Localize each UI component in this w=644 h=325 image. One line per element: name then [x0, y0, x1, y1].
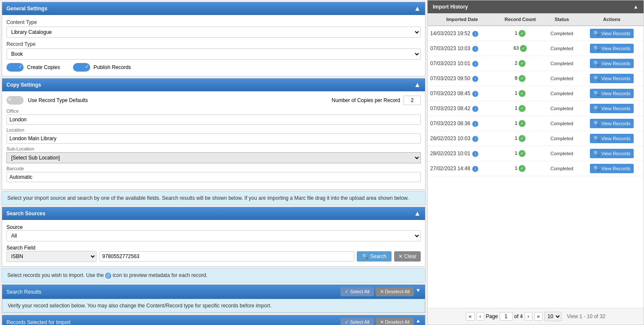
search-icon: 🔍 — [593, 166, 600, 172]
publish-records-group: Publish Records — [73, 63, 131, 72]
view-records-button[interactable]: 🔍 View Records — [590, 59, 634, 68]
history-row: 07/03/2023 10:01 i 2 ✓ Completed 🔍 View … — [428, 56, 644, 71]
date-info-icon[interactable]: i — [472, 76, 478, 82]
history-date: 07/03/2023 10:01 i — [428, 56, 497, 71]
view-records-button[interactable]: 🔍 View Records — [590, 134, 634, 143]
history-row: 28/02/2023 10:01 i 1 ✓ Completed 🔍 View … — [428, 146, 644, 161]
last-page-button[interactable]: » — [534, 312, 543, 321]
count-badge: ✓ — [520, 45, 527, 52]
per-page-select[interactable]: 10 25 50 — [544, 312, 562, 321]
copy-settings-section: Copy Settings ▲ Use Record Type Defaults… — [2, 78, 425, 190]
history-count: 1 ✓ — [497, 26, 544, 41]
barcode-input[interactable] — [6, 172, 421, 182]
first-page-button[interactable]: « — [466, 312, 475, 321]
col-imported-date: Imported Date — [428, 13, 497, 26]
search-sources-header: Search Sources ▲ — [2, 207, 425, 220]
search-button[interactable]: 🔍 Search — [357, 251, 392, 262]
search-select-all-button[interactable]: ✓ Select All — [340, 287, 374, 296]
col-actions: Actions — [580, 13, 644, 26]
records-collapse-icon[interactable]: ▲ — [416, 318, 421, 325]
content-type-label: Content Type — [6, 19, 421, 25]
clear-button[interactable]: ✕ Clear — [394, 251, 421, 262]
num-copies-input[interactable] — [404, 96, 421, 105]
count-badge: ✓ — [519, 165, 526, 172]
sublocation-select[interactable]: [Select Sub Location] — [6, 152, 421, 163]
create-copies-toggle[interactable] — [6, 63, 24, 72]
use-record-type-toggle[interactable] — [6, 96, 24, 105]
search-field-select[interactable]: ISBN — [6, 251, 97, 262]
prev-page-button[interactable]: ‹ — [477, 312, 484, 321]
history-count: 63 ✓ — [497, 41, 544, 56]
search-icon: 🔍 — [593, 60, 600, 66]
view-info: View 1 - 10 of 32 — [567, 313, 605, 319]
results-verify-text: Verify your record selection below. You … — [8, 303, 271, 309]
date-info-icon[interactable]: i — [472, 121, 478, 127]
date-info-icon[interactable]: i — [472, 31, 478, 37]
date-info-icon[interactable]: i — [472, 61, 478, 67]
sublocation-label: Sub-Location — [6, 146, 421, 151]
view-records-button[interactable]: 🔍 View Records — [590, 104, 634, 113]
history-count: 1 ✓ — [497, 101, 544, 116]
date-info-icon[interactable]: i — [472, 46, 478, 52]
import-history-header: Import History ▲ — [428, 0, 644, 13]
search-input[interactable] — [99, 251, 354, 262]
date-info-icon[interactable]: i — [472, 136, 478, 142]
location-input[interactable] — [6, 133, 421, 144]
view-records-button[interactable]: 🔍 View Records — [590, 74, 634, 83]
search-icon: 🔍 — [593, 120, 600, 126]
copy-settings-collapse-icon[interactable]: ▲ — [414, 81, 421, 89]
view-records-button[interactable]: 🔍 View Records — [590, 119, 634, 128]
count-badge: ✓ — [519, 105, 526, 112]
general-settings-collapse-icon[interactable]: ▲ — [414, 5, 421, 12]
history-row: 28/02/2023 10:03 i 1 ✓ Completed 🔍 View … — [428, 131, 644, 146]
history-status: Completed — [544, 161, 580, 176]
import-history-collapse-icon[interactable]: ▲ — [633, 4, 638, 10]
use-record-type-label: Use Record Type Defaults — [28, 97, 88, 103]
history-action: 🔍 View Records — [580, 161, 644, 176]
history-count: 1 ✓ — [497, 131, 544, 146]
content-type-select[interactable]: Library Catalogue — [6, 27, 421, 38]
search-field-row: ISBN 🔍 Search ✕ Clear — [6, 251, 421, 262]
publish-records-toggle[interactable] — [73, 63, 90, 72]
records-select-all-button[interactable]: ✓ Select All — [340, 318, 374, 325]
create-copies-label: Create Copies — [27, 64, 60, 70]
records-selected-header: Records Selected for Import ✓ Select All… — [2, 315, 425, 325]
page-input[interactable] — [500, 312, 513, 321]
source-group: Source All — [6, 224, 421, 241]
count-badge: ✓ — [519, 120, 526, 127]
history-date: 28/02/2023 10:03 i — [428, 131, 497, 146]
date-info-icon[interactable]: i — [472, 151, 478, 157]
history-date: 07/03/2023 09:50 i — [428, 71, 497, 86]
sublocation-field: Sub-Location [Select Sub Location] — [6, 146, 421, 163]
publish-records-label: Publish Records — [94, 64, 131, 70]
date-info-icon[interactable]: i — [472, 91, 478, 97]
history-date: 07/03/2023 10:03 i — [428, 41, 497, 56]
date-info-icon[interactable]: i — [472, 166, 478, 172]
view-records-button[interactable]: 🔍 View Records — [590, 44, 634, 53]
history-date: 07/03/2023 08:45 i — [428, 86, 497, 101]
barcode-label: Barcode — [6, 166, 421, 171]
history-status: Completed — [544, 131, 580, 146]
record-type-select[interactable]: Book — [6, 48, 421, 60]
history-status: Completed — [544, 116, 580, 131]
view-records-button[interactable]: 🔍 View Records — [590, 29, 634, 38]
search-results-collapse-icon[interactable]: ▼ — [416, 287, 421, 296]
view-records-button[interactable]: 🔍 View Records — [590, 89, 634, 98]
col-record-count: Record Count — [497, 13, 544, 26]
view-records-button[interactable]: 🔍 View Records — [590, 149, 634, 158]
records-selected-buttons: ✓ Select All ✕ Deselect All ▲ — [340, 318, 421, 325]
history-row: 07/03/2023 08:45 i 1 ✓ Completed 🔍 View … — [428, 86, 644, 101]
num-copies-group: Number of Copies per Record — [332, 96, 421, 105]
content-type-group: Content Type Library Catalogue — [6, 19, 421, 38]
history-row: 07/03/2023 10:03 i 63 ✓ Completed 🔍 View… — [428, 41, 644, 56]
search-sources-collapse-icon[interactable]: ▲ — [414, 210, 421, 217]
barcode-field: Barcode — [6, 166, 421, 182]
search-deselect-all-button[interactable]: ✕ Deselect All — [376, 287, 414, 296]
records-deselect-all-button[interactable]: ✕ Deselect All — [376, 318, 414, 325]
office-input[interactable] — [6, 114, 421, 125]
next-page-button[interactable]: › — [525, 312, 532, 321]
source-select[interactable]: All — [6, 230, 421, 241]
office-field: Office — [6, 108, 421, 125]
view-records-button[interactable]: 🔍 View Records — [590, 164, 634, 173]
date-info-icon[interactable]: i — [472, 106, 478, 112]
